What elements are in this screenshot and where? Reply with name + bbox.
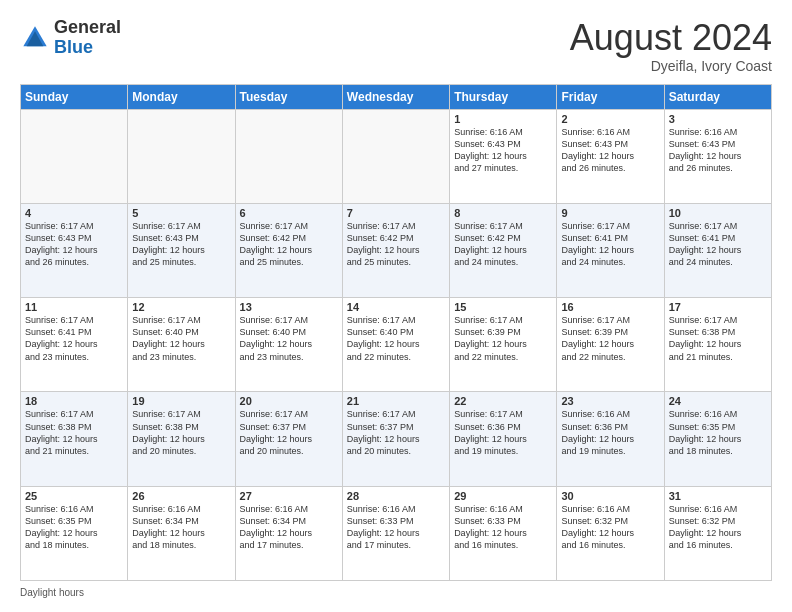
calendar-day-cell: 1Sunrise: 6:16 AM Sunset: 6:43 PM Daylig… <box>450 109 557 203</box>
calendar-day-cell <box>128 109 235 203</box>
calendar-day-cell: 12Sunrise: 6:17 AM Sunset: 6:40 PM Dayli… <box>128 298 235 392</box>
day-number: 9 <box>561 207 659 219</box>
title-block: August 2024 Dyeifla, Ivory Coast <box>570 18 772 74</box>
day-number: 17 <box>669 301 767 313</box>
logo-blue: Blue <box>54 38 121 58</box>
day-header: Sunday <box>21 84 128 109</box>
calendar-day-cell: 20Sunrise: 6:17 AM Sunset: 6:37 PM Dayli… <box>235 392 342 486</box>
calendar-day-cell: 19Sunrise: 6:17 AM Sunset: 6:38 PM Dayli… <box>128 392 235 486</box>
calendar-day-cell: 27Sunrise: 6:16 AM Sunset: 6:34 PM Dayli… <box>235 486 342 580</box>
day-info: Sunrise: 6:17 AM Sunset: 6:39 PM Dayligh… <box>454 314 552 363</box>
day-header: Wednesday <box>342 84 449 109</box>
day-info: Sunrise: 6:17 AM Sunset: 6:40 PM Dayligh… <box>132 314 230 363</box>
location-subtitle: Dyeifla, Ivory Coast <box>570 58 772 74</box>
day-header: Tuesday <box>235 84 342 109</box>
day-info: Sunrise: 6:17 AM Sunset: 6:37 PM Dayligh… <box>240 408 338 457</box>
calendar: SundayMondayTuesdayWednesdayThursdayFrid… <box>20 84 772 581</box>
day-info: Sunrise: 6:16 AM Sunset: 6:32 PM Dayligh… <box>561 503 659 552</box>
day-info: Sunrise: 6:16 AM Sunset: 6:35 PM Dayligh… <box>25 503 123 552</box>
day-number: 14 <box>347 301 445 313</box>
calendar-week-row: 25Sunrise: 6:16 AM Sunset: 6:35 PM Dayli… <box>21 486 772 580</box>
calendar-day-cell: 28Sunrise: 6:16 AM Sunset: 6:33 PM Dayli… <box>342 486 449 580</box>
logo-icon <box>20 23 50 53</box>
calendar-day-cell: 18Sunrise: 6:17 AM Sunset: 6:38 PM Dayli… <box>21 392 128 486</box>
calendar-day-cell: 30Sunrise: 6:16 AM Sunset: 6:32 PM Dayli… <box>557 486 664 580</box>
calendar-day-cell: 7Sunrise: 6:17 AM Sunset: 6:42 PM Daylig… <box>342 203 449 297</box>
day-info: Sunrise: 6:17 AM Sunset: 6:42 PM Dayligh… <box>454 220 552 269</box>
day-header: Monday <box>128 84 235 109</box>
day-number: 8 <box>454 207 552 219</box>
calendar-day-cell: 3Sunrise: 6:16 AM Sunset: 6:43 PM Daylig… <box>664 109 771 203</box>
day-info: Sunrise: 6:16 AM Sunset: 6:34 PM Dayligh… <box>240 503 338 552</box>
day-info: Sunrise: 6:17 AM Sunset: 6:41 PM Dayligh… <box>561 220 659 269</box>
day-number: 11 <box>25 301 123 313</box>
day-info: Sunrise: 6:16 AM Sunset: 6:34 PM Dayligh… <box>132 503 230 552</box>
calendar-header: SundayMondayTuesdayWednesdayThursdayFrid… <box>21 84 772 109</box>
day-number: 27 <box>240 490 338 502</box>
calendar-day-cell: 9Sunrise: 6:17 AM Sunset: 6:41 PM Daylig… <box>557 203 664 297</box>
day-number: 26 <box>132 490 230 502</box>
month-title: August 2024 <box>570 18 772 58</box>
logo-general: General <box>54 18 121 38</box>
calendar-day-cell: 14Sunrise: 6:17 AM Sunset: 6:40 PM Dayli… <box>342 298 449 392</box>
calendar-day-cell: 15Sunrise: 6:17 AM Sunset: 6:39 PM Dayli… <box>450 298 557 392</box>
day-info: Sunrise: 6:17 AM Sunset: 6:43 PM Dayligh… <box>132 220 230 269</box>
calendar-day-cell <box>342 109 449 203</box>
day-info: Sunrise: 6:16 AM Sunset: 6:33 PM Dayligh… <box>347 503 445 552</box>
day-number: 29 <box>454 490 552 502</box>
calendar-day-cell: 23Sunrise: 6:16 AM Sunset: 6:36 PM Dayli… <box>557 392 664 486</box>
day-number: 12 <box>132 301 230 313</box>
day-number: 21 <box>347 395 445 407</box>
day-number: 31 <box>669 490 767 502</box>
calendar-week-row: 1Sunrise: 6:16 AM Sunset: 6:43 PM Daylig… <box>21 109 772 203</box>
calendar-day-cell: 10Sunrise: 6:17 AM Sunset: 6:41 PM Dayli… <box>664 203 771 297</box>
day-info: Sunrise: 6:16 AM Sunset: 6:43 PM Dayligh… <box>454 126 552 175</box>
day-number: 19 <box>132 395 230 407</box>
day-info: Sunrise: 6:17 AM Sunset: 6:42 PM Dayligh… <box>240 220 338 269</box>
calendar-day-cell: 6Sunrise: 6:17 AM Sunset: 6:42 PM Daylig… <box>235 203 342 297</box>
calendar-day-cell: 21Sunrise: 6:17 AM Sunset: 6:37 PM Dayli… <box>342 392 449 486</box>
day-number: 10 <box>669 207 767 219</box>
calendar-day-cell: 13Sunrise: 6:17 AM Sunset: 6:40 PM Dayli… <box>235 298 342 392</box>
day-number: 2 <box>561 113 659 125</box>
calendar-day-cell <box>235 109 342 203</box>
day-number: 23 <box>561 395 659 407</box>
day-number: 6 <box>240 207 338 219</box>
calendar-week-row: 11Sunrise: 6:17 AM Sunset: 6:41 PM Dayli… <box>21 298 772 392</box>
calendar-day-cell: 26Sunrise: 6:16 AM Sunset: 6:34 PM Dayli… <box>128 486 235 580</box>
day-number: 4 <box>25 207 123 219</box>
day-info: Sunrise: 6:16 AM Sunset: 6:32 PM Dayligh… <box>669 503 767 552</box>
day-number: 30 <box>561 490 659 502</box>
day-number: 28 <box>347 490 445 502</box>
calendar-day-cell: 16Sunrise: 6:17 AM Sunset: 6:39 PM Dayli… <box>557 298 664 392</box>
calendar-day-cell: 4Sunrise: 6:17 AM Sunset: 6:43 PM Daylig… <box>21 203 128 297</box>
day-info: Sunrise: 6:17 AM Sunset: 6:40 PM Dayligh… <box>347 314 445 363</box>
day-number: 15 <box>454 301 552 313</box>
day-info: Sunrise: 6:17 AM Sunset: 6:38 PM Dayligh… <box>669 314 767 363</box>
day-header: Saturday <box>664 84 771 109</box>
day-info: Sunrise: 6:17 AM Sunset: 6:38 PM Dayligh… <box>25 408 123 457</box>
day-number: 22 <box>454 395 552 407</box>
day-info: Sunrise: 6:17 AM Sunset: 6:36 PM Dayligh… <box>454 408 552 457</box>
day-header: Thursday <box>450 84 557 109</box>
day-number: 1 <box>454 113 552 125</box>
calendar-day-cell: 24Sunrise: 6:16 AM Sunset: 6:35 PM Dayli… <box>664 392 771 486</box>
day-number: 16 <box>561 301 659 313</box>
calendar-day-cell: 22Sunrise: 6:17 AM Sunset: 6:36 PM Dayli… <box>450 392 557 486</box>
calendar-day-cell: 8Sunrise: 6:17 AM Sunset: 6:42 PM Daylig… <box>450 203 557 297</box>
day-info: Sunrise: 6:17 AM Sunset: 6:41 PM Dayligh… <box>25 314 123 363</box>
day-info: Sunrise: 6:16 AM Sunset: 6:43 PM Dayligh… <box>561 126 659 175</box>
day-info: Sunrise: 6:17 AM Sunset: 6:37 PM Dayligh… <box>347 408 445 457</box>
calendar-body: 1Sunrise: 6:16 AM Sunset: 6:43 PM Daylig… <box>21 109 772 580</box>
day-info: Sunrise: 6:17 AM Sunset: 6:40 PM Dayligh… <box>240 314 338 363</box>
logo-text: General Blue <box>54 18 121 58</box>
calendar-day-cell: 5Sunrise: 6:17 AM Sunset: 6:43 PM Daylig… <box>128 203 235 297</box>
day-number: 5 <box>132 207 230 219</box>
day-info: Sunrise: 6:17 AM Sunset: 6:43 PM Dayligh… <box>25 220 123 269</box>
day-info: Sunrise: 6:16 AM Sunset: 6:43 PM Dayligh… <box>669 126 767 175</box>
day-number: 24 <box>669 395 767 407</box>
header-row: SundayMondayTuesdayWednesdayThursdayFrid… <box>21 84 772 109</box>
day-number: 7 <box>347 207 445 219</box>
day-number: 3 <box>669 113 767 125</box>
day-number: 20 <box>240 395 338 407</box>
